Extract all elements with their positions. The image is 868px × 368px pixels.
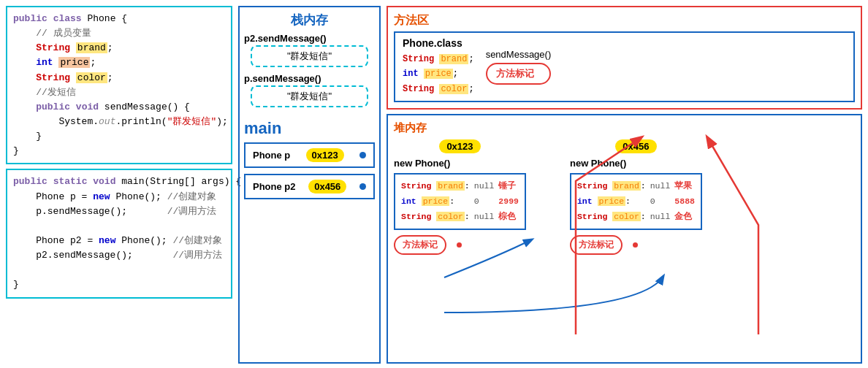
hf2-null-color: null [650, 210, 671, 225]
hf1-brand-name: brand [436, 181, 465, 191]
dot-p [359, 152, 366, 158]
var-brand: brand [76, 42, 107, 53]
comment-create2: //创建对象 [172, 235, 222, 246]
varname-brand: brand [439, 54, 468, 64]
hf1-null-color: null [474, 210, 495, 225]
heap-null-1: null 0 null [474, 179, 495, 224]
heap-method-badge-2: 方法标记 [570, 235, 623, 255]
stack-var-p2: Phone p2 0x456 [244, 174, 375, 199]
heap-fields-left-2: String brand: int price: String color: [577, 179, 646, 224]
hf2-color-name: color [612, 212, 641, 221]
comment-call1: //调用方法 [167, 206, 217, 217]
code-line-send-p2: p2.sendMessage(); //调用方法 [13, 248, 225, 263]
heap-addr-1-val: 123 [457, 141, 473, 152]
heap-obj-1: 0x123 new Phone() String brand: int pric… [394, 139, 526, 255]
addr-p2-prefix: 0x [314, 181, 324, 192]
hf1-val-brand: 锤子 [498, 179, 519, 194]
hf1-brand-type: String [401, 181, 431, 191]
string-sms: "群发短信" [167, 116, 217, 127]
heap-obj-2: 0x456 new Phone() String brand: int pric… [570, 139, 702, 255]
code-panel: public class Phone { // 成员变量 String bran… [6, 6, 232, 364]
code-line-brace3: } [13, 277, 225, 292]
keyword-new2: new [99, 235, 115, 246]
code-line-new-p: Phone p = new Phone(); //创建对象 [13, 190, 225, 204]
hf2-price-type: int [577, 196, 593, 206]
hf2-brand-name: brand [612, 181, 641, 191]
hf2-price-name: price [598, 196, 626, 206]
code-line-new-p2: Phone p2 = new Phone(); //创建对象 [13, 234, 225, 248]
code-line-price: int price; [13, 55, 225, 70]
addr-p-value: 123 [322, 150, 338, 161]
code-line-empty1 [13, 219, 225, 234]
stack-title: 栈内存 [291, 12, 328, 28]
type-string-brand: String [403, 54, 434, 64]
type-string2: String [36, 72, 70, 83]
varname-color: color [439, 84, 468, 94]
type-int-price: int [403, 69, 419, 79]
heap-fields-left-1: String brand: int price: String color: [401, 179, 470, 224]
addr-p2: 0x456 [308, 180, 346, 193]
code-line-brace2: } [13, 144, 225, 158]
heap-addr-2: 0x456 [615, 139, 656, 153]
hf1-null-brand: null [474, 179, 495, 194]
hf1-zero-price: 0 [474, 194, 495, 210]
keyword-public2: public [36, 101, 70, 112]
keyword-new: new [93, 191, 110, 202]
heap-obj-box-1: String brand: int price: String color: n… [394, 173, 526, 230]
hf1-color: String color: [401, 210, 470, 225]
comment-member: // 成员变量 [36, 28, 91, 39]
phone-class-box: Phone.class String brand; int price; Str… [394, 31, 855, 102]
method-area-title: 方法区 [394, 13, 855, 28]
dot-method-1 [457, 242, 462, 248]
heap-method-2-wrap: 方法标记 [570, 233, 638, 255]
addr-p-prefix: 0x [312, 150, 322, 161]
type-int: int [36, 57, 53, 68]
heap-method-1-wrap: 方法标记 [394, 233, 462, 255]
hf1-color-name: color [436, 212, 465, 221]
var-price: price [58, 57, 90, 68]
hf2-val-color: 金色 [674, 210, 695, 225]
dot-method-2 [633, 242, 638, 248]
heap-addr-2-val: 456 [633, 141, 650, 152]
phone-class-right: sendMessage() 方法标记 [486, 49, 552, 85]
dot-p2 [359, 183, 366, 190]
phone-fields: String brand; int price; String color; [403, 52, 474, 96]
heap-new-2: new Phone() [570, 158, 626, 169]
hf1-price-type: int [401, 196, 416, 206]
code-line: public class Phone { [13, 12, 225, 26]
code-line-brace1: } [13, 129, 225, 144]
hf2-price: int price: [577, 194, 646, 210]
keyword-public3: public [13, 176, 47, 187]
hf1-price: int price: [401, 194, 470, 210]
code-line-send: public void sendMessage() { [13, 100, 225, 115]
p-send-label: p.sendMessage() [244, 73, 321, 84]
hf1-val-color: 棕色 [498, 210, 519, 225]
var-p-label: Phone p [253, 150, 290, 161]
keyword-static: static [53, 176, 88, 187]
hf2-brand-type: String [577, 181, 607, 191]
heap-objects: 0x123 new Phone() String brand: int pric… [394, 139, 855, 255]
code-line-println: System.out.println("群发短信"); [13, 115, 225, 129]
hf2-val-price: 5888 [674, 194, 695, 210]
hf1-brand: String brand: [401, 179, 470, 194]
hf2-color-type: String [577, 212, 607, 221]
stack-var-p: Phone p 0x123 [244, 142, 375, 168]
p2-bubble: "群发短信" [251, 45, 368, 67]
right-panel: 方法区 Phone.class String brand; int price;… [387, 6, 862, 364]
field-brand: String brand; [403, 52, 474, 66]
hf2-val-brand: 苹果 [674, 179, 695, 194]
code-line-comment2: //发短信 [13, 85, 225, 100]
stack-panel: 栈内存 p2.sendMessage() "群发短信" p.sendMessag… [238, 6, 381, 364]
heap-addr-1: 0x123 [439, 139, 480, 153]
keyword-public: public [13, 13, 47, 24]
hf1-val-price: 2999 [498, 194, 519, 210]
code-block-main: public static void main(String[] args) {… [6, 169, 232, 298]
heap-new-1: new Phone() [394, 158, 450, 169]
comment-create1: //创建对象 [167, 191, 217, 202]
var-p2-label: Phone p2 [253, 181, 296, 192]
heap-obj-box-2: String brand: int price: String color: n… [570, 173, 702, 230]
code-line-send-p: p.sendMessage(); //调用方法 [13, 204, 225, 219]
keyword-void2: void [93, 176, 115, 187]
heap-area: 堆内存 0x123 new Phone() String brand: int … [387, 114, 862, 364]
heap-vals-1: 锤子 2999 棕色 [498, 179, 519, 224]
